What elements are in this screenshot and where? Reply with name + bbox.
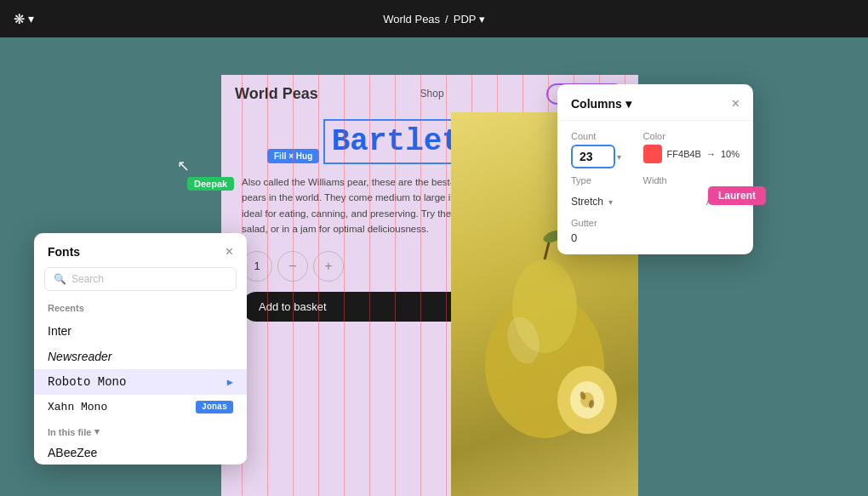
- app-logo[interactable]: ❋ ▾: [14, 11, 34, 27]
- recents-label: Recents: [34, 299, 247, 318]
- fonts-panel-header: Fonts ×: [34, 233, 247, 267]
- svg-line-2: [545, 242, 549, 259]
- columns-panel-title: Columns ▾: [571, 97, 631, 111]
- nav-link-shop[interactable]: Shop: [420, 88, 444, 100]
- count-label: Count: [571, 131, 633, 141]
- font-item-xahn-mono[interactable]: Xahn Mono Jonas: [34, 395, 247, 419]
- logo-dropdown[interactable]: ▾: [28, 12, 34, 26]
- document-title: World Peas / PDP ▾: [383, 13, 485, 26]
- gutter-value: 0: [571, 231, 740, 244]
- gutter-label: Gutter: [571, 218, 740, 228]
- stretch-label: Stretch: [571, 196, 603, 208]
- columns-panel-header: Columns ▾ ×: [557, 84, 753, 121]
- stretch-field: Stretch ▾: [571, 196, 613, 208]
- cursor-tooltip-deepak: ↖ Deepak: [177, 157, 234, 191]
- count-input-group: ▾: [571, 145, 633, 168]
- search-placeholder: Search: [71, 273, 104, 285]
- color-hex-value[interactable]: FF4B4B: [667, 149, 701, 159]
- collaborator-laurent-badge: Laurent: [708, 186, 766, 205]
- fonts-panel-close-button[interactable]: ×: [226, 245, 233, 259]
- in-file-chevron-icon: ▾: [94, 426, 100, 437]
- nav-links: Shop: [420, 88, 444, 100]
- columns-settings-grid: Count ▾ Color FF4B4B → 10% Type: [557, 121, 753, 189]
- gutter-field: Gutter 0: [557, 214, 753, 254]
- cursor-select-icon: ▶: [227, 376, 233, 389]
- figma-icon: ❋: [14, 11, 25, 27]
- color-label: Color: [643, 131, 740, 141]
- cursor-arrow-icon: ↖: [177, 157, 234, 175]
- search-icon: 🔍: [54, 273, 66, 285]
- site-logo: World Peas: [235, 85, 318, 103]
- topbar: ❋ ▾ World Peas / PDP ▾: [0, 0, 868, 37]
- font-item-inter[interactable]: Inter: [34, 318, 247, 344]
- count-field: Count ▾: [571, 131, 633, 168]
- stretch-chevron-icon[interactable]: ▾: [608, 197, 613, 207]
- count-input[interactable]: [571, 145, 615, 168]
- color-arrow-icon: →: [706, 149, 716, 159]
- canvas: ↖ Deepak World Peas Shop: [0, 37, 868, 496]
- type-field: Type: [571, 175, 633, 189]
- quantity-minus-button[interactable]: −: [277, 251, 308, 282]
- color-swatch-group: FF4B4B → 10%: [643, 145, 740, 163]
- color-opacity-value[interactable]: 10%: [721, 149, 740, 159]
- color-field: Color FF4B4B → 10%: [643, 131, 740, 168]
- quantity-control[interactable]: 1 − +: [242, 251, 344, 282]
- quantity-plus-button[interactable]: +: [313, 251, 344, 282]
- columns-panel: Columns ▾ × Count ▾ Color FF4B4B →: [557, 84, 753, 254]
- font-item-newsreader[interactable]: Newsreader: [34, 344, 247, 369]
- fill-hug-badge: Fill × Hug: [267, 149, 319, 163]
- page-name: PDP ▾: [454, 13, 485, 26]
- columns-chevron-icon[interactable]: ▾: [625, 97, 631, 111]
- width-label: Width: [643, 175, 740, 185]
- columns-panel-close-button[interactable]: ×: [732, 96, 740, 111]
- in-this-file-label: In this file ▾: [34, 419, 247, 441]
- font-item-roboto-mono[interactable]: Roboto Mono ▶: [34, 369, 247, 395]
- font-item-abeezee[interactable]: ABeeZee: [34, 441, 247, 465]
- fonts-search-input[interactable]: 🔍 Search: [44, 267, 237, 291]
- count-dropdown-icon[interactable]: ▾: [617, 152, 621, 162]
- separator: /: [445, 13, 448, 26]
- type-label: Type: [571, 175, 633, 185]
- project-name: World Peas: [383, 13, 440, 26]
- collaborator-label: Deepak: [187, 177, 234, 191]
- collaborator-jonas-label: Jonas: [196, 401, 233, 413]
- fonts-panel-title: Fonts: [48, 245, 80, 259]
- fonts-panel: Fonts × 🔍 Search Recents Inter Newsreade…: [34, 233, 247, 465]
- color-swatch[interactable]: [643, 145, 662, 163]
